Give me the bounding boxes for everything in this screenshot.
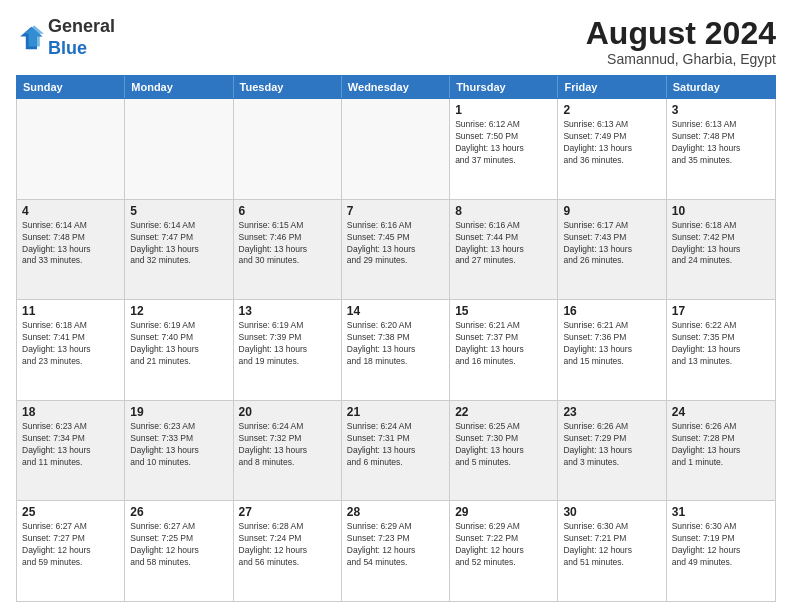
cal-cell-day-10: 10Sunrise: 6:18 AMSunset: 7:42 PMDayligh… (667, 200, 775, 300)
cal-cell-day-5: 5Sunrise: 6:14 AMSunset: 7:47 PMDaylight… (125, 200, 233, 300)
day-number: 29 (455, 505, 552, 519)
day-number: 4 (22, 204, 119, 218)
day-number: 9 (563, 204, 660, 218)
cal-week-4: 18Sunrise: 6:23 AMSunset: 7:34 PMDayligh… (17, 401, 775, 502)
cal-cell-day-9: 9Sunrise: 6:17 AMSunset: 7:43 PMDaylight… (558, 200, 666, 300)
day-number: 5 (130, 204, 227, 218)
day-number: 3 (672, 103, 770, 117)
cal-week-2: 4Sunrise: 6:14 AMSunset: 7:48 PMDaylight… (17, 200, 775, 301)
day-info: Sunrise: 6:30 AMSunset: 7:21 PMDaylight:… (563, 521, 660, 569)
cal-cell-day-2: 2Sunrise: 6:13 AMSunset: 7:49 PMDaylight… (558, 99, 666, 199)
day-number: 7 (347, 204, 444, 218)
cal-cell-day-27: 27Sunrise: 6:28 AMSunset: 7:24 PMDayligh… (234, 501, 342, 601)
day-info: Sunrise: 6:29 AMSunset: 7:23 PMDaylight:… (347, 521, 444, 569)
cal-cell-day-31: 31Sunrise: 6:30 AMSunset: 7:19 PMDayligh… (667, 501, 775, 601)
day-info: Sunrise: 6:17 AMSunset: 7:43 PMDaylight:… (563, 220, 660, 268)
day-info: Sunrise: 6:29 AMSunset: 7:22 PMDaylight:… (455, 521, 552, 569)
cal-week-3: 11Sunrise: 6:18 AMSunset: 7:41 PMDayligh… (17, 300, 775, 401)
day-number: 18 (22, 405, 119, 419)
cal-cell-day-23: 23Sunrise: 6:26 AMSunset: 7:29 PMDayligh… (558, 401, 666, 501)
cal-cell-day-22: 22Sunrise: 6:25 AMSunset: 7:30 PMDayligh… (450, 401, 558, 501)
day-number: 30 (563, 505, 660, 519)
day-number: 27 (239, 505, 336, 519)
cal-cell-day-24: 24Sunrise: 6:26 AMSunset: 7:28 PMDayligh… (667, 401, 775, 501)
day-number: 15 (455, 304, 552, 318)
cal-cell-day-18: 18Sunrise: 6:23 AMSunset: 7:34 PMDayligh… (17, 401, 125, 501)
day-info: Sunrise: 6:18 AMSunset: 7:41 PMDaylight:… (22, 320, 119, 368)
day-number: 20 (239, 405, 336, 419)
cal-cell-day-26: 26Sunrise: 6:27 AMSunset: 7:25 PMDayligh… (125, 501, 233, 601)
cal-cell-day-7: 7Sunrise: 6:16 AMSunset: 7:45 PMDaylight… (342, 200, 450, 300)
day-number: 19 (130, 405, 227, 419)
calendar-body: 1Sunrise: 6:12 AMSunset: 7:50 PMDaylight… (16, 99, 776, 602)
day-number: 23 (563, 405, 660, 419)
title-block: August 2024 Samannud, Gharbia, Egypt (586, 16, 776, 67)
cal-cell-day-3: 3Sunrise: 6:13 AMSunset: 7:48 PMDaylight… (667, 99, 775, 199)
day-number: 12 (130, 304, 227, 318)
cal-cell-day-21: 21Sunrise: 6:24 AMSunset: 7:31 PMDayligh… (342, 401, 450, 501)
day-info: Sunrise: 6:14 AMSunset: 7:48 PMDaylight:… (22, 220, 119, 268)
day-number: 1 (455, 103, 552, 117)
day-info: Sunrise: 6:23 AMSunset: 7:34 PMDaylight:… (22, 421, 119, 469)
day-info: Sunrise: 6:27 AMSunset: 7:27 PMDaylight:… (22, 521, 119, 569)
day-number: 17 (672, 304, 770, 318)
day-info: Sunrise: 6:27 AMSunset: 7:25 PMDaylight:… (130, 521, 227, 569)
day-info: Sunrise: 6:12 AMSunset: 7:50 PMDaylight:… (455, 119, 552, 167)
header: General Blue August 2024 Samannud, Gharb… (16, 16, 776, 67)
day-number: 11 (22, 304, 119, 318)
day-number: 24 (672, 405, 770, 419)
cal-cell-day-13: 13Sunrise: 6:19 AMSunset: 7:39 PMDayligh… (234, 300, 342, 400)
day-number: 31 (672, 505, 770, 519)
logo: General Blue (16, 16, 115, 59)
day-info: Sunrise: 6:19 AMSunset: 7:40 PMDaylight:… (130, 320, 227, 368)
day-number: 10 (672, 204, 770, 218)
cal-week-1: 1Sunrise: 6:12 AMSunset: 7:50 PMDaylight… (17, 99, 775, 200)
cal-header-saturday: Saturday (667, 76, 775, 98)
day-info: Sunrise: 6:15 AMSunset: 7:46 PMDaylight:… (239, 220, 336, 268)
day-info: Sunrise: 6:30 AMSunset: 7:19 PMDaylight:… (672, 521, 770, 569)
day-number: 2 (563, 103, 660, 117)
day-info: Sunrise: 6:22 AMSunset: 7:35 PMDaylight:… (672, 320, 770, 368)
logo-general: General (48, 16, 115, 36)
day-number: 6 (239, 204, 336, 218)
day-info: Sunrise: 6:16 AMSunset: 7:44 PMDaylight:… (455, 220, 552, 268)
logo-blue: Blue (48, 38, 87, 58)
day-number: 26 (130, 505, 227, 519)
cal-header-tuesday: Tuesday (234, 76, 342, 98)
cal-cell-day-8: 8Sunrise: 6:16 AMSunset: 7:44 PMDaylight… (450, 200, 558, 300)
page: General Blue August 2024 Samannud, Gharb… (0, 0, 792, 612)
day-number: 22 (455, 405, 552, 419)
day-info: Sunrise: 6:13 AMSunset: 7:48 PMDaylight:… (672, 119, 770, 167)
day-info: Sunrise: 6:18 AMSunset: 7:42 PMDaylight:… (672, 220, 770, 268)
cal-cell-day-14: 14Sunrise: 6:20 AMSunset: 7:38 PMDayligh… (342, 300, 450, 400)
day-info: Sunrise: 6:25 AMSunset: 7:30 PMDaylight:… (455, 421, 552, 469)
day-number: 28 (347, 505, 444, 519)
logo-icon (16, 24, 44, 52)
cal-header-sunday: Sunday (17, 76, 125, 98)
cal-header-thursday: Thursday (450, 76, 558, 98)
day-info: Sunrise: 6:24 AMSunset: 7:32 PMDaylight:… (239, 421, 336, 469)
cal-cell-day-19: 19Sunrise: 6:23 AMSunset: 7:33 PMDayligh… (125, 401, 233, 501)
calendar: SundayMondayTuesdayWednesdayThursdayFrid… (16, 75, 776, 602)
day-info: Sunrise: 6:24 AMSunset: 7:31 PMDaylight:… (347, 421, 444, 469)
day-info: Sunrise: 6:20 AMSunset: 7:38 PMDaylight:… (347, 320, 444, 368)
main-title: August 2024 (586, 16, 776, 51)
cal-cell-empty (125, 99, 233, 199)
day-info: Sunrise: 6:21 AMSunset: 7:36 PMDaylight:… (563, 320, 660, 368)
day-info: Sunrise: 6:28 AMSunset: 7:24 PMDaylight:… (239, 521, 336, 569)
day-info: Sunrise: 6:16 AMSunset: 7:45 PMDaylight:… (347, 220, 444, 268)
cal-cell-day-6: 6Sunrise: 6:15 AMSunset: 7:46 PMDaylight… (234, 200, 342, 300)
cal-cell-empty (17, 99, 125, 199)
cal-header-friday: Friday (558, 76, 666, 98)
day-info: Sunrise: 6:13 AMSunset: 7:49 PMDaylight:… (563, 119, 660, 167)
cal-cell-day-28: 28Sunrise: 6:29 AMSunset: 7:23 PMDayligh… (342, 501, 450, 601)
cal-cell-day-12: 12Sunrise: 6:19 AMSunset: 7:40 PMDayligh… (125, 300, 233, 400)
day-info: Sunrise: 6:19 AMSunset: 7:39 PMDaylight:… (239, 320, 336, 368)
day-info: Sunrise: 6:23 AMSunset: 7:33 PMDaylight:… (130, 421, 227, 469)
day-info: Sunrise: 6:21 AMSunset: 7:37 PMDaylight:… (455, 320, 552, 368)
cal-cell-day-15: 15Sunrise: 6:21 AMSunset: 7:37 PMDayligh… (450, 300, 558, 400)
cal-cell-day-16: 16Sunrise: 6:21 AMSunset: 7:36 PMDayligh… (558, 300, 666, 400)
day-number: 21 (347, 405, 444, 419)
cal-cell-empty (234, 99, 342, 199)
day-info: Sunrise: 6:26 AMSunset: 7:29 PMDaylight:… (563, 421, 660, 469)
